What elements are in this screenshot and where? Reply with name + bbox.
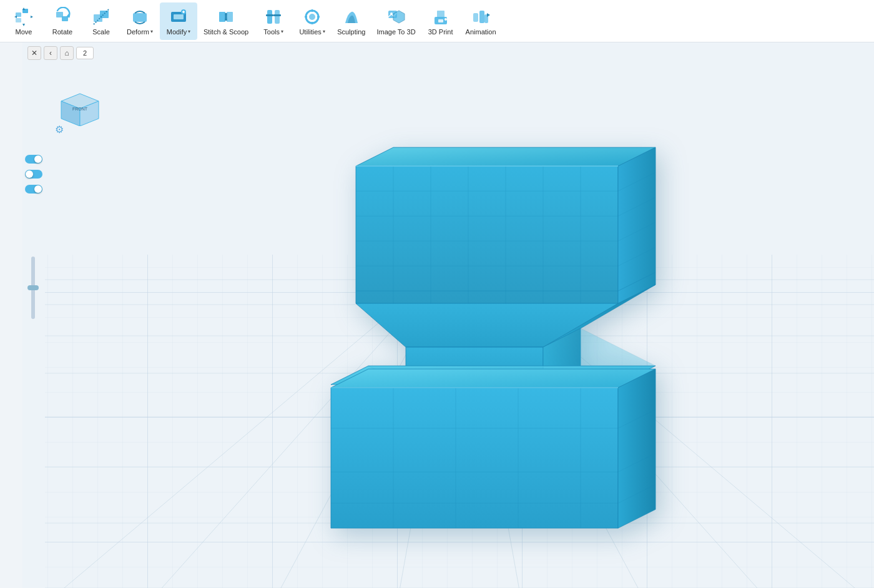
svg-rect-19	[219, 12, 225, 22]
modify-icon	[169, 7, 189, 27]
tools-tool-button[interactable]: Tools ▾	[255, 2, 292, 40]
3dprint-label: 3D Print	[428, 28, 453, 36]
animation-label: Animation	[466, 28, 496, 36]
move-icon	[14, 7, 34, 27]
modify-label: Modify ▾	[167, 28, 190, 36]
3d-object[interactable]	[293, 141, 680, 556]
svg-marker-41	[487, 13, 490, 17]
svg-rect-13	[133, 13, 147, 22]
svg-rect-15	[174, 14, 184, 19]
3dprint-tool-button[interactable]: 3D Print	[422, 2, 459, 40]
svg-rect-22	[275, 10, 280, 24]
svg-text:FRONT: FRONT	[72, 107, 88, 111]
rotate-icon	[52, 7, 72, 27]
utilities-dropdown-arrow: ▾	[323, 29, 325, 34]
svg-rect-38	[473, 13, 478, 22]
toggle-1[interactable]	[25, 155, 42, 164]
tools-dropdown-arrow: ▾	[281, 29, 283, 34]
move-tool-button[interactable]: Move	[5, 2, 42, 40]
svg-marker-66	[356, 166, 618, 303]
modify-tool-button[interactable]: Modify ▾	[160, 2, 197, 40]
svg-marker-67	[618, 147, 656, 303]
deform-icon	[130, 7, 150, 27]
image-to-3d-label: Image To 3D	[376, 28, 415, 36]
rotate-tool-button[interactable]: Rotate	[44, 2, 81, 40]
svg-point-26	[309, 14, 315, 20]
svg-marker-33	[393, 11, 405, 23]
svg-marker-80	[618, 369, 656, 528]
svg-rect-23	[266, 14, 273, 16]
image-to-3d-tool-button[interactable]: Image To 3D	[371, 2, 420, 40]
deform-label: Deform ▾	[127, 28, 153, 36]
toggle-3[interactable]	[25, 185, 42, 194]
svg-marker-6	[31, 16, 33, 18]
sculpting-label: Sculpting	[337, 28, 365, 36]
svg-rect-39	[479, 11, 484, 23]
utilities-tool-button[interactable]: Utilities ▾	[293, 2, 331, 40]
scale-tool-button[interactable]: Scale	[82, 2, 120, 40]
svg-marker-79	[331, 388, 618, 528]
sculpting-icon	[341, 7, 361, 27]
back-button[interactable]: ‹	[44, 46, 57, 60]
tools-icon	[263, 7, 283, 27]
animation-tool-button[interactable]: Animation	[461, 2, 501, 40]
scale-icon	[91, 7, 111, 27]
stitch-scoop-label: Stitch & Scoop	[204, 28, 248, 36]
toggle-2[interactable]	[25, 170, 42, 179]
home-button[interactable]: ⌂	[60, 46, 74, 60]
move-label: Move	[16, 28, 32, 36]
nav-number-input[interactable]: 2	[76, 47, 94, 59]
tools-label: Tools ▾	[263, 28, 283, 36]
svg-marker-4	[22, 24, 25, 26]
stitch-scoop-icon	[216, 7, 236, 27]
deform-dropdown-arrow: ▾	[150, 29, 153, 34]
viewport[interactable]: ✕ ‹ ⌂ 2 FRONT ⚙	[22, 42, 874, 588]
scale-label: Scale	[92, 28, 110, 36]
image-to-3d-icon	[386, 7, 406, 27]
viewport-settings-button[interactable]: ⚙	[55, 124, 64, 135]
zoom-slider-track[interactable]	[31, 257, 35, 319]
zoom-slider-thumb[interactable]	[27, 285, 39, 290]
svg-rect-24	[273, 14, 281, 16]
sculpting-tool-button[interactable]: Sculpting	[332, 2, 370, 40]
svg-rect-36	[438, 19, 443, 22]
3dprint-icon	[431, 7, 451, 27]
animation-icon	[471, 7, 491, 27]
modify-dropdown-arrow: ▾	[188, 29, 190, 34]
toolbar: Move Rotate Scale	[0, 0, 874, 42]
svg-marker-65	[356, 147, 656, 166]
close-button[interactable]: ✕	[27, 46, 41, 60]
svg-marker-78	[331, 369, 656, 388]
utilities-label: Utilities ▾	[299, 28, 325, 36]
svg-point-37	[444, 18, 447, 21]
svg-rect-35	[437, 11, 444, 18]
svg-rect-21	[267, 10, 272, 24]
svg-rect-20	[227, 12, 233, 22]
deform-tool-button[interactable]: Deform ▾	[121, 2, 159, 40]
svg-rect-2	[16, 18, 21, 22]
rotate-label: Rotate	[52, 28, 72, 36]
stitch-scoop-tool-button[interactable]: Stitch & Scoop	[199, 2, 253, 40]
utilities-icon	[302, 7, 322, 27]
mini-cube-navigator[interactable]: FRONT	[55, 89, 105, 126]
